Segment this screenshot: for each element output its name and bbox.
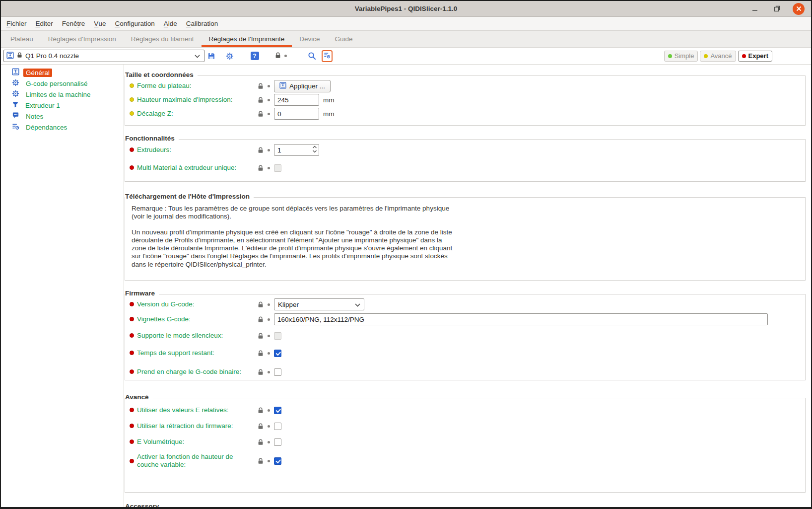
setting-label: Temps de support restant: — [137, 349, 214, 357]
menu-aide[interactable]: Aide — [159, 17, 182, 30]
group-title: Téléchargement de l'Hôte d'Impression — [125, 193, 254, 200]
close-button[interactable] — [793, 3, 805, 15]
sidebar-item-gcode-personnalise[interactable]: G-code personnalisé — [1, 78, 124, 89]
lock-icon[interactable] — [257, 423, 265, 430]
modified-dot-icon — [130, 83, 134, 88]
group-title: Taille et coordonnées — [125, 71, 198, 78]
lock-icon[interactable] — [275, 52, 281, 60]
restore-button[interactable] — [771, 3, 783, 15]
dot-indicator — [268, 85, 270, 87]
tab-guide[interactable]: Guide — [327, 31, 360, 47]
window-title: VariablePipes1 - QIDISlicer-1.1.0 — [1, 5, 811, 12]
setting-label: Prend en charge le G-code binaire: — [137, 368, 241, 376]
lock-icon[interactable] — [257, 333, 265, 339]
sidebar-item-extrudeur-1[interactable]: Extrudeur 1 — [1, 100, 124, 111]
mode-expert-button[interactable]: Expert — [738, 51, 772, 62]
unit-label: mm — [323, 110, 335, 118]
lock-icon[interactable] — [257, 147, 265, 153]
remaining-times-checkbox[interactable] — [274, 350, 281, 357]
mode-simple-button[interactable]: Simple — [664, 51, 698, 62]
dot-indicator — [268, 409, 270, 412]
silent-mode-checkbox — [274, 332, 281, 340]
z-offset-input[interactable] — [274, 108, 319, 120]
minimize-button[interactable] — [749, 3, 761, 15]
dot-indicator — [268, 99, 270, 101]
menu-configuration[interactable]: Configuration — [110, 17, 159, 30]
firmware-retraction-checkbox[interactable] — [274, 423, 281, 430]
gear-icon — [12, 79, 19, 88]
expert-mode-dot-icon — [742, 54, 746, 58]
sidebar-item-limites-machine[interactable]: Limites de la machine — [1, 89, 124, 100]
tab-plateau[interactable]: Plateau — [3, 31, 41, 47]
lock-icon[interactable] — [257, 439, 265, 445]
lock-icon[interactable] — [257, 301, 265, 308]
lock-icon[interactable] — [257, 316, 265, 323]
dot-indicator — [268, 352, 270, 355]
lock-icon[interactable] — [257, 83, 265, 89]
preset-name: Q1 Pro 0.4 nozzle — [25, 52, 192, 60]
menu-calibration[interactable]: Calibration — [182, 17, 223, 30]
spinner-arrows-icon[interactable] — [312, 145, 317, 153]
mode-advanced-button[interactable]: Avancé — [700, 51, 736, 62]
menu-fichier[interactable]: Fichier — [2, 17, 31, 30]
app-body: Général G-code personnalisé Limites de l… — [1, 65, 811, 507]
required-dot-icon — [130, 439, 134, 444]
variable-layer-height-checkbox[interactable] — [274, 457, 281, 465]
menu-vue[interactable]: Vue — [89, 17, 110, 30]
help-question-icon[interactable]: ? — [250, 51, 260, 62]
max-print-height-input[interactable] — [274, 94, 319, 106]
lock-icon[interactable] — [257, 165, 265, 171]
lock-icon[interactable] — [257, 369, 265, 375]
dot-indicator — [268, 113, 270, 115]
lock-icon[interactable] — [257, 111, 265, 117]
relative-e-checkbox[interactable] — [274, 407, 281, 414]
group-title: Firmware — [125, 290, 159, 297]
setting-label: Version du G-code: — [137, 300, 195, 308]
save-preset-icon[interactable] — [206, 51, 216, 62]
dot-indicator — [268, 167, 270, 169]
lock-icon[interactable] — [257, 350, 265, 357]
lock-icon[interactable] — [257, 97, 265, 103]
tab-reglages-impression[interactable]: Réglages d'Impression — [41, 31, 124, 47]
sidebar-item-dependances[interactable]: Dépendances — [1, 122, 124, 133]
menu-fenetre[interactable]: Fenêtre — [58, 17, 90, 30]
setting-row-retraction-firmware: Utiliser la rétraction du firmware: — [125, 419, 805, 433]
sidebar-item-notes[interactable]: Notes — [1, 111, 124, 122]
group-title: Avancé — [125, 393, 153, 401]
required-dot-icon — [130, 369, 134, 374]
tab-device[interactable]: Device — [292, 31, 327, 47]
tabbar: Plateau Réglages d'Impression Réglages d… — [1, 31, 811, 48]
binary-gcode-checkbox[interactable] — [274, 368, 281, 376]
menu-editer[interactable]: Editer — [31, 17, 58, 30]
group-telechargement-hote: Téléchargement de l'Hôte d'Impression Re… — [125, 197, 806, 281]
gcode-thumbnails-input[interactable] — [274, 313, 768, 325]
dot-indicator — [268, 441, 270, 443]
setting-label: Extrudeurs: — [137, 146, 171, 154]
required-dot-icon — [130, 351, 134, 355]
bed-shape-apply-button[interactable]: Appliquer ... — [274, 80, 331, 92]
sidebar-item-general[interactable]: Général — [1, 67, 124, 78]
lock-icon[interactable] — [257, 458, 265, 464]
search-icon[interactable] — [307, 51, 317, 62]
tab-reglages-imprimante[interactable]: Réglages de l'Imprimante — [202, 31, 292, 47]
preset-settings-gear-icon[interactable] — [225, 51, 235, 62]
setting-row-e-volumetrique: E Volumétrique: — [125, 435, 805, 449]
setting-row-temps-support-restant: Temps de support restant: — [125, 346, 805, 360]
tab-reglages-filament[interactable]: Réglages du filament — [124, 31, 202, 47]
toolbar-icons: ? — [206, 50, 333, 62]
lock-icon[interactable] — [257, 407, 265, 414]
mode-switcher: Simple Avancé Expert — [664, 51, 772, 62]
printer-icon — [12, 68, 19, 77]
setting-label: Utiliser la rétraction du firmware: — [137, 422, 233, 430]
app-window: VariablePipes1 - QIDISlicer-1.1.0 Fichie… — [0, 0, 812, 509]
extruders-spinner[interactable] — [274, 144, 319, 156]
setting-row-hauteur-maximale: Hauteur maximale d'impression: mm — [125, 93, 805, 107]
volumetric-e-checkbox[interactable] — [274, 438, 281, 446]
required-dot-icon — [130, 147, 134, 152]
printer-preset-combobox[interactable]: Q1 Pro 0.4 nozzle — [3, 50, 204, 62]
gcode-flavor-select[interactable]: Klipper — [274, 298, 364, 310]
required-dot-icon — [130, 317, 134, 321]
settings-search-focus-ring — [322, 50, 333, 62]
compare-settings-icon[interactable] — [324, 52, 331, 61]
printer-icon — [279, 82, 286, 90]
